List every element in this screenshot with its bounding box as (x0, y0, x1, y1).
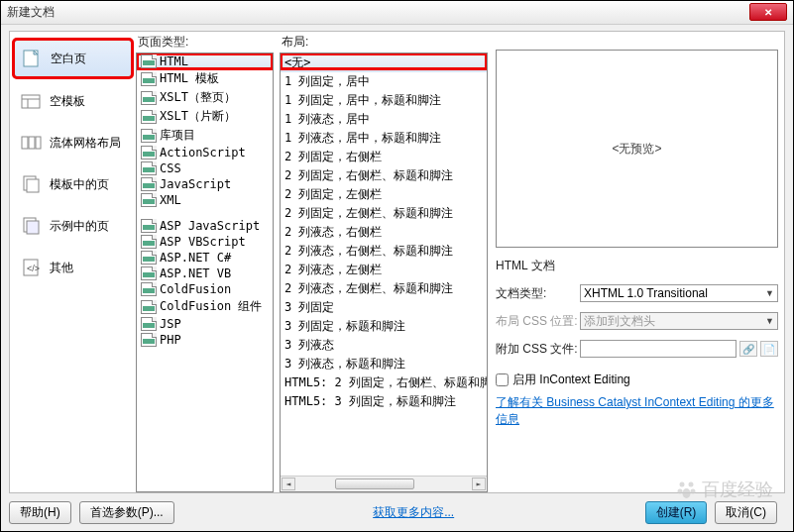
layout-item-label: 1 列固定，居中，标题和脚注 (284, 92, 441, 109)
page-type-panel: 页面类型: HTMLHTML 模板XSLT（整页）XSLT（片断）库项目Acti… (136, 32, 274, 492)
category-blank-template[interactable]: 空模板 (14, 83, 132, 119)
layout-item[interactable]: 1 列固定，居中 (281, 72, 487, 91)
page-type-item-label: 库项目 (160, 127, 195, 144)
other-icon: </> (20, 258, 44, 277)
attach-css-label: 附加 CSS 文件: (496, 341, 580, 358)
page-type-item-label: CSS (160, 161, 181, 175)
doctype-row: 文档类型: XHTML 1.0 Transitional ▼ (496, 284, 778, 302)
page-type-item-label: XSLT（片断） (160, 108, 236, 125)
layout-item[interactable]: 1 列液态，居中 (281, 110, 487, 129)
category-page-from-template[interactable]: 模板中的页 (14, 166, 132, 202)
css-position-value: 添加到文档头 (584, 313, 655, 330)
page-type-item-label: ASP VBScript (160, 235, 246, 249)
blank-page-icon (21, 49, 45, 68)
preferences-button[interactable]: 首选参数(P)... (79, 501, 174, 524)
svg-rect-5 (29, 137, 35, 149)
layout-item-label: 2 列固定，右侧栏 (284, 149, 382, 165)
cancel-button[interactable]: 取消(C) (715, 501, 777, 524)
file-icon (141, 219, 157, 233)
layout-item[interactable]: 2 列固定，左侧栏、标题和脚注 (281, 204, 487, 223)
sample-page-icon (20, 216, 44, 236)
chevron-down-icon: ▼ (765, 316, 774, 326)
layout-item[interactable]: 3 列液态 (281, 336, 487, 355)
category-page-from-sample[interactable]: 示例中的页 (14, 208, 132, 244)
horizontal-scrollbar[interactable]: ◄ ► (281, 476, 487, 491)
layout-item[interactable]: 3 列固定 (281, 298, 487, 317)
svg-rect-10 (27, 221, 39, 234)
page-type-item[interactable]: XSLT（片断） (137, 107, 273, 126)
layout-item[interactable]: <无> (281, 53, 487, 72)
page-type-item-label: ASP JavaScript (160, 219, 260, 233)
svg-rect-6 (36, 137, 41, 149)
layout-item[interactable]: 2 列液态，右侧栏 (281, 223, 487, 242)
preview-area: <无预览> (496, 50, 778, 248)
layout-item[interactable]: 2 列液态，右侧栏、标题和脚注 (281, 242, 487, 261)
layout-item[interactable]: 1 列液态，居中，标题和脚注 (281, 129, 487, 148)
link-icon-button[interactable]: 🔗 (739, 341, 757, 357)
layout-item[interactable]: 2 列液态，左侧栏、标题和脚注 (281, 279, 487, 298)
page-type-item[interactable]: ASP VBScript (137, 234, 273, 250)
incontext-checkbox[interactable] (496, 373, 509, 386)
layout-item-label: 2 列液态，左侧栏 (284, 262, 382, 278)
layout-item[interactable]: 3 列液态，标题和脚注 (281, 355, 487, 373)
page-type-item[interactable]: CSS (137, 160, 273, 176)
css-position-label: 布局 CSS 位置: (496, 313, 580, 330)
page-type-item[interactable]: HTML 模板 (137, 69, 273, 88)
page-type-item[interactable]: XSLT（整页） (137, 88, 273, 107)
category-label: 示例中的页 (50, 218, 109, 235)
scroll-thumb[interactable] (335, 479, 414, 489)
category-label: 空白页 (51, 51, 86, 67)
file-icon (141, 110, 157, 124)
page-type-item[interactable]: ActionScript (137, 145, 273, 160)
page-type-item[interactable]: PHP (137, 332, 273, 348)
layout-list[interactable]: <无>1 列固定，居中1 列固定，居中，标题和脚注1 列液态，居中1 列液态，居… (280, 53, 488, 492)
layout-item[interactable]: 1 列固定，居中，标题和脚注 (281, 91, 487, 110)
attach-css-input[interactable] (580, 340, 737, 358)
page-type-item[interactable]: 库项目 (137, 126, 273, 145)
page-type-item[interactable]: ASP.NET C# (137, 250, 273, 266)
doctype-select[interactable]: XHTML 1.0 Transitional ▼ (580, 284, 778, 302)
page-type-item-label: ASP.NET C# (160, 251, 231, 265)
page-type-item[interactable]: JavaScript (137, 176, 273, 192)
attach-css-row: 附加 CSS 文件: 🔗 📄 (496, 340, 778, 358)
window-title: 新建文档 (7, 4, 55, 21)
page-type-list[interactable]: HTMLHTML 模板XSLT（整页）XSLT（片断）库项目ActionScri… (136, 53, 274, 492)
layout-item[interactable]: 2 列固定，左侧栏 (281, 185, 487, 204)
file-icon (141, 317, 157, 331)
page-type-item[interactable]: XML (137, 192, 273, 208)
page-type-item[interactable]: ASP.NET VB (137, 266, 273, 281)
file-icon (141, 72, 157, 86)
incontext-link[interactable]: 了解有关 Business Catalyst InContext Editing… (496, 394, 778, 428)
layout-item[interactable]: HTML5: 3 列固定，标题和脚注 (281, 392, 487, 411)
browse-icon-button[interactable]: 📄 (760, 341, 778, 357)
layout-item[interactable]: 2 列固定，右侧栏、标题和脚注 (281, 166, 487, 185)
get-more-link[interactable]: 获取更多内容... (373, 505, 454, 519)
create-button[interactable]: 创建(R) (645, 501, 708, 524)
doctype-label: 文档类型: (496, 285, 580, 302)
category-label: 模板中的页 (50, 176, 109, 193)
category-other[interactable]: </> 其他 (14, 250, 132, 285)
scroll-right-arrow[interactable]: ► (472, 478, 486, 490)
page-type-item[interactable]: ASP JavaScript (137, 218, 273, 234)
dialog-window: 新建文档 ✕ 空白页 空模板 流体网格布局 模板中的页 示例中 (0, 0, 794, 532)
layout-item[interactable]: HTML5: 2 列固定，右侧栏、标题和脚注 (281, 373, 487, 392)
svg-rect-4 (22, 137, 28, 149)
page-type-item[interactable]: ColdFusion (137, 281, 273, 297)
help-button[interactable]: 帮助(H) (9, 501, 71, 524)
category-fluid-grid[interactable]: 流体网格布局 (14, 125, 132, 160)
content-area: 空白页 空模板 流体网格布局 模板中的页 示例中的页 </> 其他 (9, 31, 785, 493)
scroll-left-arrow[interactable]: ◄ (282, 478, 295, 490)
file-icon (141, 266, 157, 280)
page-type-item[interactable]: JSP (137, 316, 273, 332)
layout-item-label: HTML5: 2 列固定，右侧栏、标题和脚注 (284, 374, 487, 391)
page-type-item[interactable]: HTML (137, 53, 273, 69)
page-type-item[interactable]: ColdFusion 组件 (137, 297, 273, 316)
file-icon (141, 282, 157, 296)
close-button[interactable]: ✕ (749, 3, 787, 21)
layout-item[interactable]: 3 列固定，标题和脚注 (281, 317, 487, 336)
layout-item[interactable]: 2 列液态，左侧栏 (281, 261, 487, 279)
category-blank-page[interactable]: 空白页 (14, 40, 132, 77)
layout-item[interactable]: 2 列固定，右侧栏 (281, 148, 487, 166)
doctype-value: XHTML 1.0 Transitional (584, 286, 708, 300)
page-type-label: 页面类型: (136, 32, 274, 53)
